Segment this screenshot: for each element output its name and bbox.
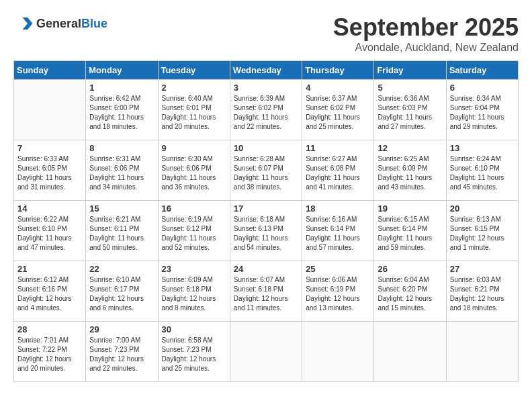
calendar-cell: 20Sunrise: 6:13 AMSunset: 6:15 PMDayligh… (446, 201, 518, 261)
calendar-cell: 15Sunrise: 6:21 AMSunset: 6:11 PMDayligh… (86, 201, 158, 261)
logo-text-general: General (36, 17, 81, 30)
weekday-header-friday: Friday (374, 61, 446, 80)
svg-marker-0 (23, 17, 33, 30)
calendar-cell: 19Sunrise: 6:15 AMSunset: 6:14 PMDayligh… (374, 201, 446, 261)
day-info: Sunrise: 6:31 AMSunset: 6:06 PMDaylight:… (89, 154, 154, 192)
day-info: Sunrise: 6:34 AMSunset: 6:04 PMDaylight:… (450, 94, 515, 132)
day-info: Sunrise: 6:18 AMSunset: 6:13 PMDaylight:… (234, 215, 298, 253)
day-info: Sunrise: 6:37 AMSunset: 6:02 PMDaylight:… (306, 94, 370, 132)
calendar-cell: 27Sunrise: 6:03 AMSunset: 6:21 PMDayligh… (446, 261, 518, 322)
calendar-cell: 24Sunrise: 6:07 AMSunset: 6:18 PMDayligh… (230, 261, 302, 322)
day-info: Sunrise: 6:40 AMSunset: 6:01 PMDaylight:… (162, 94, 226, 132)
calendar-cell: 5Sunrise: 6:36 AMSunset: 6:03 PMDaylight… (374, 80, 446, 140)
calendar-cell: 4Sunrise: 6:37 AMSunset: 6:02 PMDaylight… (302, 80, 374, 140)
calendar-cell: 1Sunrise: 6:42 AMSunset: 6:00 PMDaylight… (86, 80, 158, 140)
day-number: 1 (89, 83, 154, 93)
day-number: 27 (450, 264, 515, 274)
day-info: Sunrise: 6:04 AMSunset: 6:20 PMDaylight:… (378, 275, 442, 313)
calendar-cell: 10Sunrise: 6:28 AMSunset: 6:07 PMDayligh… (230, 140, 302, 201)
calendar-cell: 29Sunrise: 7:00 AMSunset: 7:23 PMDayligh… (86, 322, 158, 382)
day-info: Sunrise: 6:30 AMSunset: 6:06 PMDaylight:… (162, 154, 226, 192)
week-row-3: 14Sunrise: 6:22 AMSunset: 6:10 PMDayligh… (14, 201, 519, 261)
day-number: 23 (162, 264, 226, 274)
day-number: 8 (89, 143, 154, 153)
day-info: Sunrise: 7:01 AMSunset: 7:22 PMDaylight:… (17, 336, 82, 373)
calendar-cell (302, 322, 374, 382)
week-row-2: 7Sunrise: 6:33 AMSunset: 6:05 PMDaylight… (14, 140, 519, 201)
day-info: Sunrise: 6:07 AMSunset: 6:18 PMDaylight:… (234, 275, 298, 313)
weekday-header-row: SundayMondayTuesdayWednesdayThursdayFrid… (14, 61, 519, 80)
weekday-header-monday: Monday (86, 61, 158, 80)
calendar-cell (374, 322, 446, 382)
weekday-header-saturday: Saturday (446, 61, 518, 80)
week-row-5: 28Sunrise: 7:01 AMSunset: 7:22 PMDayligh… (14, 322, 519, 382)
calendar-cell: 12Sunrise: 6:25 AMSunset: 6:09 PMDayligh… (374, 140, 446, 201)
logo-text-blue: Blue (81, 17, 107, 30)
calendar-cell: 9Sunrise: 6:30 AMSunset: 6:06 PMDaylight… (158, 140, 230, 201)
calendar-cell: 25Sunrise: 6:06 AMSunset: 6:19 PMDayligh… (302, 261, 374, 322)
day-info: Sunrise: 6:28 AMSunset: 6:07 PMDaylight:… (234, 154, 298, 192)
day-info: Sunrise: 6:33 AMSunset: 6:05 PMDaylight:… (17, 154, 82, 192)
day-number: 5 (378, 83, 442, 93)
calendar-cell: 7Sunrise: 6:33 AMSunset: 6:05 PMDaylight… (14, 140, 86, 201)
calendar-cell: 2Sunrise: 6:40 AMSunset: 6:01 PMDaylight… (158, 80, 230, 140)
calendar-cell: 8Sunrise: 6:31 AMSunset: 6:06 PMDaylight… (86, 140, 158, 201)
day-info: Sunrise: 6:36 AMSunset: 6:03 PMDaylight:… (378, 94, 442, 132)
calendar-cell: 6Sunrise: 6:34 AMSunset: 6:04 PMDaylight… (446, 80, 518, 140)
day-info: Sunrise: 6:25 AMSunset: 6:09 PMDaylight:… (378, 154, 442, 192)
day-number: 28 (17, 324, 82, 334)
calendar-cell: 13Sunrise: 6:24 AMSunset: 6:10 PMDayligh… (446, 140, 518, 201)
calendar-cell: 11Sunrise: 6:27 AMSunset: 6:08 PMDayligh… (302, 140, 374, 201)
location-title: Avondale, Auckland, New Zealand (333, 42, 519, 54)
day-number: 3 (234, 83, 298, 93)
logo: GeneralBlue (13, 13, 107, 34)
day-number: 6 (450, 83, 515, 93)
day-number: 25 (306, 264, 370, 274)
calendar-cell (446, 322, 518, 382)
day-number: 7 (17, 143, 82, 153)
day-info: Sunrise: 6:21 AMSunset: 6:11 PMDaylight:… (89, 215, 154, 253)
day-number: 9 (162, 143, 226, 153)
title-area: September 2025 Avondale, Auckland, New Z… (333, 13, 519, 54)
day-number: 24 (234, 264, 298, 274)
day-info: Sunrise: 6:13 AMSunset: 6:15 PMDaylight:… (450, 215, 515, 253)
day-info: Sunrise: 6:10 AMSunset: 6:17 PMDaylight:… (89, 275, 154, 313)
day-number: 15 (89, 203, 154, 214)
week-row-1: 1Sunrise: 6:42 AMSunset: 6:00 PMDaylight… (14, 80, 519, 140)
calendar-cell: 18Sunrise: 6:16 AMSunset: 6:14 PMDayligh… (302, 201, 374, 261)
day-number: 20 (450, 203, 515, 214)
calendar-cell: 14Sunrise: 6:22 AMSunset: 6:10 PMDayligh… (14, 201, 86, 261)
month-title: September 2025 (333, 13, 519, 42)
day-number: 12 (378, 143, 442, 153)
calendar-cell (14, 80, 86, 140)
day-info: Sunrise: 6:42 AMSunset: 6:00 PMDaylight:… (89, 94, 154, 132)
day-number: 26 (378, 264, 442, 274)
calendar-cell: 26Sunrise: 6:04 AMSunset: 6:20 PMDayligh… (374, 261, 446, 322)
header: GeneralBlue September 2025 Avondale, Auc… (13, 13, 519, 54)
day-info: Sunrise: 7:00 AMSunset: 7:23 PMDaylight:… (89, 336, 154, 373)
calendar-cell: 30Sunrise: 6:58 AMSunset: 7:23 PMDayligh… (158, 322, 230, 382)
calendar-cell: 28Sunrise: 7:01 AMSunset: 7:22 PMDayligh… (14, 322, 86, 382)
calendar-cell: 17Sunrise: 6:18 AMSunset: 6:13 PMDayligh… (230, 201, 302, 261)
day-number: 16 (162, 203, 226, 214)
day-number: 2 (162, 83, 226, 93)
day-info: Sunrise: 6:22 AMSunset: 6:10 PMDaylight:… (17, 215, 82, 253)
day-number: 17 (234, 203, 298, 214)
day-number: 19 (378, 203, 442, 214)
calendar-cell: 23Sunrise: 6:09 AMSunset: 6:18 PMDayligh… (158, 261, 230, 322)
day-number: 11 (306, 143, 370, 153)
weekday-header-wednesday: Wednesday (230, 61, 302, 80)
day-info: Sunrise: 6:06 AMSunset: 6:19 PMDaylight:… (306, 275, 370, 313)
day-info: Sunrise: 6:39 AMSunset: 6:02 PMDaylight:… (234, 94, 298, 132)
week-row-4: 21Sunrise: 6:12 AMSunset: 6:16 PMDayligh… (14, 261, 519, 322)
day-number: 22 (89, 264, 154, 274)
calendar-table: SundayMondayTuesdayWednesdayThursdayFrid… (13, 60, 519, 382)
day-number: 13 (450, 143, 515, 153)
day-number: 30 (162, 324, 226, 334)
day-number: 21 (17, 264, 82, 274)
day-info: Sunrise: 6:19 AMSunset: 6:12 PMDaylight:… (162, 215, 226, 253)
weekday-header-thursday: Thursday (302, 61, 374, 80)
day-info: Sunrise: 6:12 AMSunset: 6:16 PMDaylight:… (17, 275, 82, 313)
day-number: 18 (306, 203, 370, 214)
day-number: 4 (306, 83, 370, 93)
